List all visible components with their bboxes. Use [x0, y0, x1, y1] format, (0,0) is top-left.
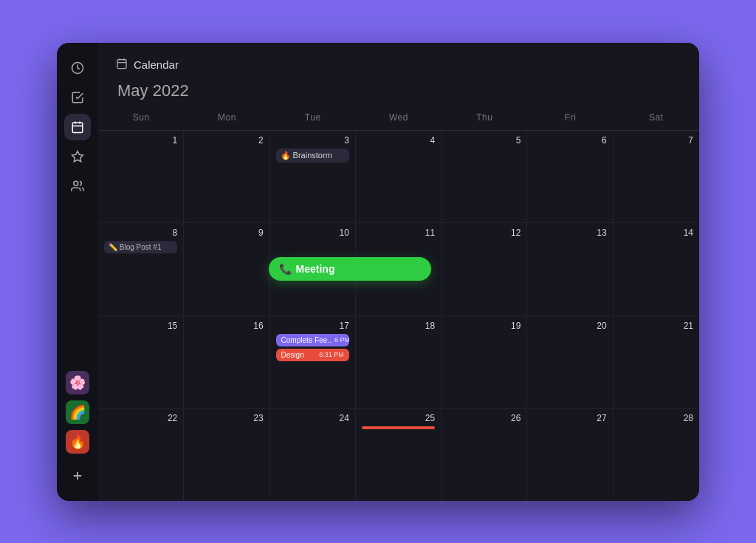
design-time: 6:31 PM: [319, 351, 344, 358]
day-cell-13[interactable]: 13: [527, 223, 613, 315]
day-number-22: 22: [104, 413, 177, 423]
weeks-container: 1 2 3 🔥 Brainstorm 4 5: [98, 131, 699, 501]
partial-event-indicator: [362, 426, 435, 429]
design-event[interactable]: Design 6:31 PM: [276, 349, 349, 361]
day-cell-17[interactable]: 17 Complete Fee.. 6 PM Design 6:31 PM: [270, 316, 356, 409]
day-cell-8[interactable]: 8 ✏️ Blog Post #1: [98, 223, 184, 315]
day-headers: Sun Mon Tue Wed Thu Fri Sat: [98, 109, 699, 131]
calendar-nav-icon[interactable]: [64, 114, 91, 140]
day-cell-9[interactable]: 9: [184, 223, 269, 315]
day-header-fri: Fri: [527, 109, 613, 126]
day-number-14: 14: [619, 228, 693, 238]
rainbow-app-icon[interactable]: 🌈: [66, 400, 89, 424]
month-title: May 2022: [116, 78, 681, 100]
complete-fee-event[interactable]: Complete Fee.. 6 PM: [276, 334, 349, 346]
people-nav-icon[interactable]: [64, 173, 91, 199]
day-cell-5[interactable]: 5: [441, 131, 527, 223]
week-row-2: 8 ✏️ Blog Post #1 9 10 📞 Meeting: [98, 223, 699, 316]
day-cell-18[interactable]: 18: [356, 316, 441, 409]
design-label: Design: [281, 351, 304, 359]
svg-point-6: [74, 181, 78, 185]
brainstorm-event[interactable]: 🔥 Brainstorm: [276, 148, 349, 163]
day-cell-26[interactable]: 26: [441, 409, 527, 501]
svg-rect-9: [117, 59, 126, 68]
day-number-21: 21: [619, 321, 693, 331]
day-number-7: 7: [619, 135, 693, 146]
day-number-18: 18: [362, 321, 435, 331]
day-number-3: 3: [276, 135, 349, 146]
day-number-23: 23: [190, 413, 263, 423]
sidebar: 🌸 🌈 🔥: [57, 43, 98, 501]
day-cell-4[interactable]: 4: [356, 131, 441, 223]
week-row-4: 22 23 24 25 26 27: [98, 409, 699, 501]
day-cell-22[interactable]: 22: [98, 409, 184, 501]
day-cell-7[interactable]: 7: [614, 131, 699, 223]
clock-nav-icon[interactable]: [64, 55, 91, 81]
day-header-thu: Thu: [441, 109, 527, 126]
add-button[interactable]: [64, 462, 91, 489]
day-number-8: 8: [104, 228, 177, 238]
day-number-10: 10: [276, 228, 349, 238]
flower-app-icon[interactable]: 🌸: [66, 371, 89, 395]
day-header-sat: Sat: [614, 109, 699, 126]
day-number-26: 26: [447, 413, 520, 423]
day-cell-27[interactable]: 27: [527, 409, 613, 501]
star-nav-icon[interactable]: [64, 143, 91, 170]
day-number-1: 1: [104, 135, 177, 146]
month-name: May: [117, 81, 148, 100]
app-container: 🌸 🌈 🔥 Calendar May 2022: [57, 43, 699, 501]
year-label: 2022: [153, 81, 189, 100]
day-cell-1[interactable]: 1: [98, 131, 184, 223]
day-number-20: 20: [533, 321, 606, 331]
day-header-sun: Sun: [98, 109, 184, 126]
day-cell-21[interactable]: 21: [614, 316, 699, 409]
day-cell-24[interactable]: 24: [270, 409, 356, 501]
day-cell-16[interactable]: 16: [184, 316, 269, 409]
blog-post-event[interactable]: ✏️ Blog Post #1: [104, 241, 177, 253]
day-number-27: 27: [533, 413, 606, 423]
check-nav-icon[interactable]: [64, 84, 91, 111]
day-number-16: 16: [190, 321, 263, 331]
svg-marker-5: [72, 151, 83, 161]
meeting-label: Meeting: [296, 263, 335, 275]
complete-label: Complete Fee..: [281, 336, 331, 344]
day-number-9: 9: [190, 228, 263, 238]
phone-icon: 📞: [279, 263, 292, 275]
calendar-header: Calendar May 2022: [98, 43, 699, 109]
day-number-28: 28: [619, 413, 693, 423]
calendar-label: Calendar: [134, 58, 179, 71]
day-cell-19[interactable]: 19: [441, 316, 527, 409]
day-cell-2[interactable]: 2: [184, 131, 269, 223]
calendar-grid: Sun Mon Tue Wed Thu Fri Sat 1 2: [98, 109, 699, 501]
day-number-11: 11: [362, 228, 435, 238]
day-cell-3[interactable]: 3 🔥 Brainstorm: [270, 131, 356, 223]
day-number-25: 25: [362, 413, 435, 423]
day-number-24: 24: [276, 413, 349, 423]
day-number-15: 15: [104, 321, 177, 331]
day-cell-28[interactable]: 28: [614, 409, 699, 501]
day-cell-20[interactable]: 20: [527, 316, 613, 409]
day-header-wed: Wed: [356, 109, 441, 126]
week-row-3: 15 16 17 Complete Fee.. 6 PM Design 6: [98, 316, 699, 409]
day-cell-15[interactable]: 15: [98, 316, 184, 409]
day-number-6: 6: [533, 135, 606, 146]
complete-time: 6 PM: [334, 336, 349, 344]
day-header-mon: Mon: [184, 109, 269, 126]
day-number-19: 19: [447, 321, 520, 331]
day-cell-14[interactable]: 14: [614, 223, 699, 315]
day-cell-23[interactable]: 23: [184, 409, 269, 501]
day-number-13: 13: [533, 228, 606, 238]
day-cell-10[interactable]: 10 📞 Meeting 👆: [270, 223, 356, 315]
meeting-event[interactable]: 📞 Meeting 👆: [269, 257, 431, 281]
day-cell-25[interactable]: 25: [356, 409, 441, 501]
day-header-tue: Tue: [270, 109, 356, 126]
main-content: Calendar May 2022 Sun Mon Tue Wed Thu Fr…: [98, 43, 699, 501]
svg-rect-1: [72, 123, 83, 133]
day-number-17: 17: [276, 321, 349, 331]
day-cell-12[interactable]: 12: [441, 223, 527, 315]
flame-app-icon[interactable]: 🔥: [66, 430, 89, 454]
calendar-header-icon: [116, 58, 128, 72]
day-number-5: 5: [447, 135, 520, 146]
day-cell-6[interactable]: 6: [527, 131, 613, 223]
day-number-12: 12: [447, 228, 520, 238]
